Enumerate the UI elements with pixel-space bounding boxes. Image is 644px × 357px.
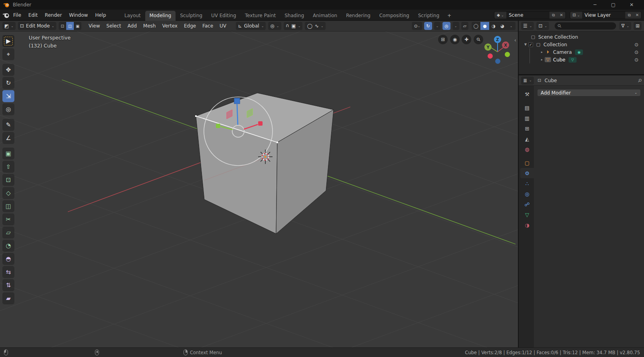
close-button[interactable]: ✕ — [622, 0, 641, 10]
orientation-dropdown[interactable]: ⊾ Global ⌄ — [236, 22, 266, 30]
tab-material[interactable]: ◑ — [520, 220, 534, 230]
solid-shading-button[interactable]: ● — [480, 22, 489, 30]
tool-transform[interactable]: ◎ — [2, 103, 14, 115]
scene-unlink-icon[interactable]: ✕ — [557, 13, 565, 17]
outliner-row-camera[interactable]: ▸ ⏵ Camera ◉ ⊙ — [519, 48, 644, 56]
rendered-shading-button[interactable]: ◕ — [498, 22, 507, 30]
tab-output[interactable]: ▥ — [520, 113, 534, 123]
sidebar-toggle-arrow[interactable]: ‹ — [514, 37, 516, 43]
overlays-dropdown[interactable]: ⌄ — [452, 22, 459, 30]
snap-group[interactable]: ∪ ▣ ⌄ — [284, 22, 303, 30]
gizmo-z-handle[interactable] — [234, 98, 240, 104]
axis-neg-y-handle[interactable] — [505, 52, 510, 57]
axis-z-handle[interactable]: Z — [494, 36, 501, 43]
tool-select-box[interactable]: ▶ — [2, 35, 14, 47]
tab-animation[interactable]: Animation — [308, 11, 342, 21]
view-layer-name[interactable]: View Layer — [582, 12, 625, 19]
proportional-editing-group[interactable]: ◯ ∿ ⌄ — [305, 22, 325, 30]
outliner-display-mode-dropdown[interactable]: ☰ ⌄ — [521, 22, 534, 30]
pin-icon[interactable]: ⚲ — [637, 77, 643, 83]
face-select-mode-button[interactable]: ▣ — [74, 22, 81, 30]
menu-select[interactable]: Select — [103, 22, 124, 30]
visibility-dropdown[interactable]: ⊙ ⌄ — [412, 22, 422, 30]
view-layer-copy-icon[interactable]: ⧉ — [625, 13, 633, 18]
axis-y-handle[interactable]: Y — [484, 43, 492, 51]
menu-file[interactable]: File — [10, 11, 25, 20]
add-modifier-dropdown[interactable]: Add Modifier ⌄ — [537, 89, 641, 97]
menu-render[interactable]: Render — [41, 11, 65, 20]
outliner-row-cube[interactable]: ▸ ▽ Cube ▽ ⊙ — [519, 56, 644, 63]
tool-cursor[interactable]: ⌖ — [2, 48, 14, 60]
gizmo-x-handle[interactable] — [258, 121, 263, 126]
vertex-select-mode-button[interactable]: ⊡ — [59, 22, 66, 30]
tool-measure[interactable]: ∠ — [2, 132, 14, 144]
material-preview-button[interactable]: ◑ — [489, 22, 498, 30]
blender-menu-icon[interactable] — [2, 12, 10, 19]
pan-view-button[interactable]: ✚ — [462, 35, 471, 44]
tool-poly-build[interactable]: ▱ — [2, 227, 14, 239]
tab-tool[interactable]: ⚒ — [520, 89, 534, 99]
tab-modifiers[interactable]: ⚙ — [520, 168, 534, 178]
tab-texture-paint[interactable]: Texture Paint — [241, 11, 280, 21]
tool-smooth[interactable]: ◓ — [2, 253, 14, 265]
menu-mesh[interactable]: Mesh — [140, 22, 159, 30]
add-workspace-button[interactable]: + — [444, 11, 455, 21]
axis-navigation-gizmo[interactable]: Z Y X — [480, 35, 515, 69]
menu-help[interactable]: Help — [91, 11, 109, 20]
tab-render[interactable]: ▤ — [520, 103, 534, 113]
menu-uv[interactable]: UV — [216, 22, 229, 30]
view-layer-remove-icon[interactable]: ✕ — [633, 13, 641, 17]
selected-vertex[interactable] — [277, 142, 278, 143]
new-collection-button[interactable]: ⊞ — [634, 22, 642, 30]
tab-shading[interactable]: Shading — [280, 11, 308, 21]
tab-physics[interactable]: ◎ — [520, 189, 534, 199]
tool-move[interactable]: ✥ — [2, 64, 14, 76]
tool-add-cube[interactable]: ▣ — [2, 148, 14, 160]
maximize-button[interactable]: ▢ — [604, 0, 622, 10]
disclosure-triangle-icon[interactable]: ▼ — [523, 43, 528, 46]
tab-constraints[interactable]: ☍ — [520, 199, 534, 209]
menu-window[interactable]: Window — [65, 11, 91, 20]
shading-dropdown[interactable]: ⌄ — [507, 22, 516, 30]
axis-neg-z-handle[interactable] — [495, 59, 500, 64]
tool-rotate[interactable]: ↻ — [2, 77, 14, 89]
menu-vertex[interactable]: Vertex — [159, 22, 181, 30]
pivot-dropdown[interactable]: ◎ ⌄ — [268, 22, 281, 30]
outliner-row-scene-collection[interactable]: ▢ Scene Collection — [519, 33, 644, 41]
outliner-search-input[interactable]: ⚲ — [555, 22, 616, 30]
tab-layout[interactable]: Layout — [120, 11, 145, 21]
mode-dropdown[interactable]: ⊡ Edit Mode ⌄ — [18, 22, 56, 30]
tool-bevel[interactable]: ◇ — [2, 187, 14, 199]
tool-spin[interactable]: ◔ — [2, 240, 14, 252]
tab-sculpting[interactable]: Sculpting — [176, 11, 207, 21]
tool-extrude-region[interactable]: ⇧ — [2, 161, 14, 173]
orthographic-toggle-button[interactable]: ⊞ — [438, 35, 448, 44]
menu-add[interactable]: Add — [124, 22, 140, 30]
tab-scene[interactable]: ◭ — [520, 134, 534, 144]
axis-neg-x-handle[interactable] — [488, 53, 493, 59]
menu-face[interactable]: Face — [199, 22, 216, 30]
mesh-data-icon[interactable]: ▽ — [569, 57, 577, 63]
collection-checkbox[interactable]: ✓ — [528, 42, 533, 47]
gizmos-dropdown[interactable]: ⌄ — [434, 22, 441, 30]
tab-rendering[interactable]: Rendering — [342, 11, 375, 21]
tab-world[interactable]: ◍ — [520, 144, 534, 154]
hide-collection-eye-icon[interactable]: ⊙ — [634, 42, 638, 47]
view-layer-icon[interactable]: ⊟ ⌄ — [570, 13, 582, 17]
outliner-filter-image-dropdown[interactable]: ⊡ ⌄ — [536, 22, 549, 30]
tool-knife[interactable]: ✂ — [2, 213, 14, 225]
menu-edge[interactable]: Edge — [181, 22, 199, 30]
tool-annotate[interactable]: ✎ — [2, 119, 14, 131]
hide-camera-eye-icon[interactable]: ⊙ — [634, 49, 638, 55]
camera-data-icon[interactable]: ◉ — [575, 49, 583, 55]
tab-view-layer[interactable]: ⊞ — [520, 123, 534, 134]
minimize-button[interactable]: ─ — [586, 0, 604, 10]
menu-edit[interactable]: Edit — [25, 11, 41, 20]
tool-scale[interactable]: ⇲ — [2, 90, 14, 102]
show-overlays-toggle[interactable]: ◎ — [443, 22, 450, 30]
tool-shear[interactable]: ▰ — [2, 292, 14, 304]
editor-type-button[interactable]: ◩ ⌄ — [2, 22, 16, 30]
properties-editor-type-button[interactable]: ≣ ⌄ — [521, 77, 534, 85]
cube-mesh[interactable] — [195, 93, 334, 234]
tab-compositing[interactable]: Compositing — [375, 11, 413, 21]
